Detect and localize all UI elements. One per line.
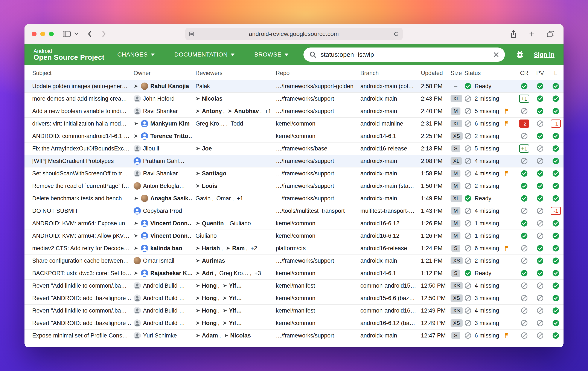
sidebar-toggle-button[interactable]: [61, 29, 73, 39]
reviewer-name[interactable]: Yif…: [229, 295, 242, 302]
subject-cell[interactable]: Revert "Add linkfile to common/.ba…: [24, 304, 132, 317]
branch-cell[interactable]: android16-release: [359, 142, 419, 155]
repo-cell[interactable]: …/tools/multitest_transport: [274, 205, 359, 217]
reviewers-cell[interactable]: Hong, Yif…: [194, 292, 274, 304]
change-row[interactable]: BACKPORT: usb: dwc3: core: Set fo… Rajas…: [24, 267, 564, 279]
branch-link[interactable]: android14-6.1: [360, 133, 396, 139]
reviewers-cell[interactable]: Giuliano: [194, 229, 274, 242]
change-row[interactable]: DO NOT SUBMIT Copybara Prod …/tools/mult…: [24, 205, 564, 217]
repo-cell[interactable]: platform/cts: [274, 242, 359, 254]
repo-link[interactable]: …/frameworks/support: [276, 195, 334, 202]
reviewer-name[interactable]: +1: [237, 195, 243, 202]
repo-cell[interactable]: kernel/common: [274, 267, 359, 279]
reviewer-name[interactable]: Santiago: [202, 170, 226, 177]
branch-link[interactable]: android-mainline: [360, 120, 403, 127]
branch-cell[interactable]: common-android15…: [359, 279, 419, 292]
repo-link[interactable]: …/tools/multitest_transport: [276, 208, 345, 214]
change-subject-link[interactable]: Revert "ANDROID: add .bazelignore …: [32, 295, 132, 301]
reviewer-name[interactable]: Joe: [202, 145, 212, 152]
subject-cell[interactable]: Revert "ANDROID: add .bazelignore …: [24, 292, 132, 304]
clear-search-icon[interactable]: [493, 51, 499, 58]
reviewer-name[interactable]: Hong: [202, 307, 217, 314]
branch-link[interactable]: androidx-main: [360, 95, 397, 102]
repo-link[interactable]: …/frameworks/support: [276, 258, 334, 264]
repo-link[interactable]: kernel/common: [276, 120, 315, 127]
owner-name[interactable]: Android Build …: [143, 307, 185, 314]
owner-name[interactable]: Jilou li: [143, 145, 159, 152]
reviewer-name[interactable]: Palak: [195, 83, 210, 90]
repo-cell[interactable]: kernel/common: [274, 229, 359, 242]
repo-cell[interactable]: …/frameworks/support: [274, 167, 359, 180]
change-row[interactable]: more demos and add missing crea… John Ho…: [24, 92, 564, 105]
reviewer-name[interactable]: +3: [254, 270, 261, 277]
subject-cell[interactable]: Fix the ArrayIndexOutOfBoundsExc…: [24, 142, 132, 155]
owner-cell[interactable]: Ravi Shankar: [132, 105, 194, 117]
branch-link[interactable]: multitest-transport-…: [360, 208, 414, 214]
reviewer-name[interactable]: Greg Kro…: [219, 270, 249, 277]
branch-link[interactable]: android14-6.1: [360, 270, 396, 276]
address-bar[interactable]: android-review.googlesource.com: [185, 28, 403, 40]
change-subject-link[interactable]: BACKPORT: usb: dwc3: core: Set fo…: [32, 270, 131, 276]
change-subject-link[interactable]: Remove the read of `currentPage` f…: [32, 183, 129, 189]
reviewer-name[interactable]: Quentin: [202, 220, 224, 227]
owner-name[interactable]: Copybara Prod: [143, 208, 182, 214]
repo-cell[interactable]: …/frameworks/support: [274, 192, 359, 205]
branch-cell[interactable]: androidx-main: [359, 105, 419, 117]
reviewer-name[interactable]: Louis: [202, 183, 217, 189]
repo-cell[interactable]: kernel/common: [274, 217, 359, 229]
repo-link[interactable]: kernel/common: [276, 220, 315, 227]
reviewers-cell[interactable]: Gavin, Omar, +1: [194, 192, 274, 205]
subject-cell[interactable]: Add a new boolean variable to indi…: [24, 105, 132, 117]
change-row[interactable]: Expose minimal set of Profile Cons… Yuri…: [24, 329, 564, 342]
owner-name[interactable]: Android Build …: [143, 320, 185, 327]
reviewers-cell[interactable]: Greg Kro…, Todd: [194, 117, 274, 130]
nav-documentation[interactable]: DOCUMENTATION: [174, 51, 234, 58]
repo-cell[interactable]: kernel/manifest: [274, 279, 359, 292]
search-input[interactable]: [321, 51, 489, 58]
owner-cell[interactable]: Rajashekar K…: [132, 267, 194, 279]
branch-link[interactable]: androidx-main: [360, 170, 397, 177]
owner-cell[interactable]: Terence Tritto…: [132, 130, 194, 142]
reviewers-cell[interactable]: [194, 205, 274, 217]
owner-name[interactable]: Android Build …: [143, 283, 185, 289]
change-subject-link[interactable]: Revert "Add linkfile to common/.ba…: [32, 283, 127, 289]
repo-link[interactable]: …/frameworks/support: [276, 158, 334, 164]
repo-link[interactable]: kernel/manifest: [276, 307, 315, 314]
branch-cell[interactable]: androidx-main: [359, 192, 419, 205]
tab-overview-button[interactable]: [545, 29, 556, 39]
reviewers-cell[interactable]: Adri, Greg Kro…, +3: [194, 267, 274, 279]
owner-cell[interactable]: Jilou li: [132, 142, 194, 155]
subject-cell[interactable]: drivers: virt: Initialization halla mod…: [24, 117, 132, 130]
change-subject-link[interactable]: Share configuration cache between…: [32, 258, 129, 264]
subject-cell[interactable]: DO NOT SUBMIT: [24, 205, 132, 217]
owner-cell[interactable]: Android Build …: [132, 279, 194, 292]
owner-name[interactable]: John Hoford: [143, 95, 175, 102]
branch-link[interactable]: common-android15…: [360, 283, 416, 289]
reviewers-cell[interactable]: Antony, Anubhav, +1: [194, 105, 274, 117]
repo-link[interactable]: …/frameworks/support: [276, 332, 334, 339]
site-logo[interactable]: Android Open Source Project: [33, 48, 104, 61]
owner-name[interactable]: Terence Tritto…: [150, 133, 192, 140]
repo-cell[interactable]: …/frameworks/base: [274, 142, 359, 155]
owner-cell[interactable]: Pratham Gahl…: [132, 155, 194, 167]
change-row[interactable]: Revert "Add linkfile to common/.ba… Andr…: [24, 279, 564, 292]
owner-cell[interactable]: Ravi Shankar: [132, 167, 194, 180]
reviewers-cell[interactable]: Louis: [194, 180, 274, 192]
owner-name[interactable]: Android Build …: [143, 295, 185, 302]
owner-name[interactable]: Omar Ismail: [143, 258, 174, 264]
subject-cell[interactable]: [WIP] MeshGradient Prototypes: [24, 155, 132, 167]
change-subject-link[interactable]: drivers: virt: Initialization halla mod…: [32, 120, 127, 127]
reviewer-name[interactable]: Greg Kro…: [195, 120, 225, 127]
branch-cell[interactable]: android14-6.1: [359, 130, 419, 142]
owner-name[interactable]: Pratham Gahl…: [143, 158, 185, 164]
reviewers-cell[interactable]: Hong, Yif…: [194, 279, 274, 292]
reviewer-name[interactable]: Yif…: [229, 307, 242, 314]
repo-cell[interactable]: …/frameworks/support: [274, 92, 359, 105]
change-row[interactable]: drivers: virt: Initialization halla mod……: [24, 117, 564, 130]
branch-cell[interactable]: androidx-main (col…: [359, 80, 419, 92]
repo-link[interactable]: kernel/manifest: [276, 283, 315, 289]
branch-cell[interactable]: common-android16…: [359, 304, 419, 317]
change-subject-link[interactable]: ANDROID: KVM: arm64: Expose un…: [32, 220, 131, 227]
repo-link[interactable]: …/frameworks/support: [276, 183, 334, 189]
reviewers-cell[interactable]: [194, 155, 274, 167]
